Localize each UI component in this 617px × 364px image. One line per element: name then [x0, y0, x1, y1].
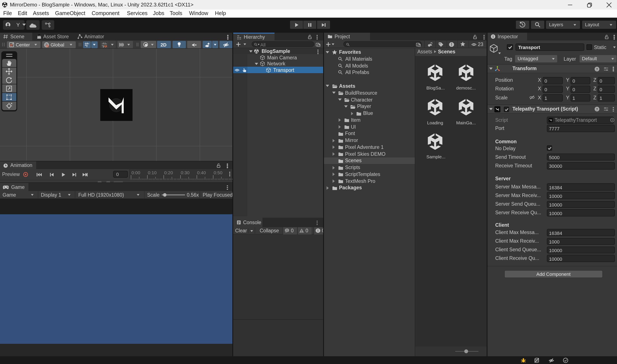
svg-text:Y: Y [86, 44, 88, 47]
